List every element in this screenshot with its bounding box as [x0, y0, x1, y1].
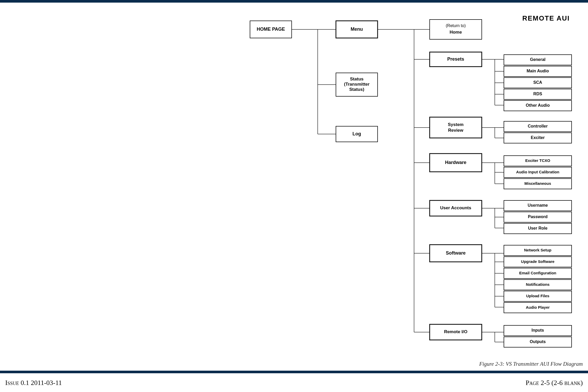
node-rio-inputs: Inputs	[504, 325, 572, 336]
svg-text:Network Setup: Network Setup	[524, 248, 551, 252]
node-system-review: System Review	[430, 117, 482, 138]
node-presets-sca: SCA	[504, 78, 572, 88]
flow-diagram: HOME PAGE Menu Status (Transmitter Statu…	[0, 0, 588, 392]
svg-text:General: General	[530, 57, 546, 62]
svg-text:Review: Review	[448, 128, 464, 133]
node-ua-username: Username	[504, 200, 572, 211]
svg-text:Hardware: Hardware	[445, 160, 466, 165]
svg-text:Remote I/O: Remote I/O	[444, 329, 467, 334]
svg-rect-10	[430, 20, 482, 39]
page: REMOTE AUI Figure 2-3: VS Transmitter AU…	[0, 0, 588, 392]
node-remote-io: Remote I/O	[430, 324, 482, 340]
svg-text:System: System	[448, 122, 464, 127]
node-software: Software	[430, 245, 482, 262]
node-user-accounts: User Accounts	[430, 200, 482, 216]
svg-text:User Role: User Role	[528, 226, 548, 230]
svg-text:Controller: Controller	[528, 124, 548, 128]
node-menu: Menu	[336, 21, 378, 38]
node-log: Log	[336, 126, 378, 142]
svg-text:Status): Status)	[349, 87, 364, 92]
node-presets-mainaudio: Main Audio	[504, 66, 572, 77]
node-ua-role: User Role	[504, 223, 572, 234]
node-sw-notif: Notifications	[504, 280, 572, 290]
svg-text:Exciter: Exciter	[531, 135, 545, 140]
svg-text:RDS: RDS	[533, 92, 542, 96]
svg-text:Email Configuration: Email Configuration	[519, 271, 556, 275]
node-sw-email: Email Configuration	[504, 268, 572, 279]
svg-text:Password: Password	[528, 214, 548, 219]
svg-text:Home: Home	[449, 30, 462, 35]
node-presets-general: General	[504, 55, 572, 65]
svg-rect-25	[430, 117, 482, 138]
svg-text:Software: Software	[446, 250, 466, 256]
node-rio-outputs: Outputs	[504, 337, 572, 347]
node-hw-audiocal: Audio Input Calibration	[504, 167, 572, 178]
node-status: Status (Transmitter Status)	[336, 73, 378, 96]
svg-text:Username: Username	[528, 203, 548, 207]
svg-text:Upgrade Software: Upgrade Software	[521, 259, 554, 264]
svg-text:Audio Player: Audio Player	[526, 305, 550, 309]
svg-text:Inputs: Inputs	[531, 328, 544, 332]
svg-text:Other Audio: Other Audio	[526, 103, 550, 108]
node-hardware: Hardware	[430, 154, 482, 172]
svg-text:HOME PAGE: HOME PAGE	[257, 27, 285, 32]
node-sr-controller: Controller	[504, 121, 572, 132]
svg-text:Upload Files: Upload Files	[526, 294, 549, 298]
node-hw-tcxo: Exciter TCXO	[504, 156, 572, 166]
svg-text:Notifications: Notifications	[526, 282, 550, 287]
svg-text:(Return to): (Return to)	[446, 23, 466, 28]
node-presets-other: Other Audio	[504, 100, 572, 111]
node-sw-audioplayer: Audio Player	[504, 302, 572, 313]
node-ua-password: Password	[504, 212, 572, 222]
node-sw-upgrade: Upgrade Software	[504, 257, 572, 267]
svg-text:Presets: Presets	[447, 56, 464, 62]
node-hw-misc: Miscellaneous	[504, 179, 572, 189]
svg-text:(Transmitter: (Transmitter	[344, 82, 370, 87]
svg-text:Exciter TCXO: Exciter TCXO	[525, 158, 550, 163]
svg-text:Status: Status	[350, 77, 364, 81]
node-return-home: (Return to) Home	[430, 20, 482, 39]
svg-text:Outputs: Outputs	[530, 339, 546, 344]
svg-text:Menu: Menu	[351, 27, 363, 32]
svg-text:User Accounts: User Accounts	[440, 205, 471, 210]
svg-text:Audio Input Calibration: Audio Input Calibration	[516, 170, 559, 174]
node-sw-upload: Upload Files	[504, 291, 572, 301]
node-presets-rds: RDS	[504, 89, 572, 99]
node-home-page: HOME PAGE	[250, 21, 292, 38]
node-sr-exciter: Exciter	[504, 133, 572, 143]
node-presets: Presets	[430, 52, 482, 67]
node-sw-network: Network Setup	[504, 245, 572, 256]
svg-text:Main Audio: Main Audio	[527, 69, 549, 73]
svg-text:SCA: SCA	[533, 80, 542, 85]
svg-text:Log: Log	[353, 131, 361, 136]
svg-text:Miscellaneous: Miscellaneous	[524, 181, 551, 186]
